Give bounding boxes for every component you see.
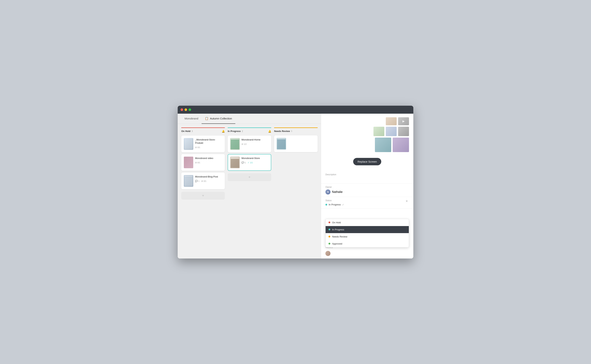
dropdown-label-on-hold: On Hold (332, 221, 341, 224)
card-meta-check-5: ✓ 1/1 (248, 161, 253, 164)
meta-value-4: 1/2 (244, 143, 247, 145)
status-close-button[interactable]: ✕ (404, 199, 409, 203)
card-meta-check-3: ⊘ 0/1 (201, 180, 206, 182)
column-in-progress: In Progress 2 🔔 (228, 127, 271, 255)
play-icon: ▶ (398, 117, 409, 125)
add-card-on-hold[interactable]: + (181, 192, 225, 200)
tab-monobrand[interactable]: Monobrand (181, 114, 201, 124)
minimize-button[interactable] (185, 108, 187, 111)
dropdown-label-approved: Approved (332, 242, 342, 245)
status-dot-current (325, 204, 327, 206)
status-check-icon: ✓ (342, 203, 344, 206)
card-title-3: Monobrand-Blog-Post (195, 175, 222, 178)
card-meta-5: 💬 1 ✓ 1/1 (241, 161, 269, 164)
card-meta-4: ⊘ 1/2 (241, 143, 269, 145)
column-title-in-progress: In Progress 2 (228, 130, 243, 132)
dropdown-label-needs-review: Needs Review (332, 235, 347, 238)
card-thumb-1 (184, 138, 193, 150)
column-on-hold: On Hold 3 🔔 (181, 127, 225, 255)
tab-autumn-collection[interactable]: 📋 Autumn Collection (201, 114, 235, 124)
column-header-needs-review: Needs Review 1 (274, 127, 318, 135)
task-avatar-1 (325, 251, 331, 256)
bell-icon-in-progress[interactable]: 🔔 (268, 130, 271, 133)
close-button[interactable] (181, 108, 183, 111)
dropdown-item-needs-review[interactable]: Needs Review (326, 233, 409, 240)
dropdown-dot-needs-review (329, 236, 330, 237)
maximize-button[interactable] (188, 108, 191, 111)
card-info-4: Monobrand-Home ⊘ 1/2 (241, 138, 269, 145)
card-info-2: Monobrand video ⊘ 0/1 (195, 157, 222, 164)
dropdown-item-in-progress[interactable]: In Progress (326, 226, 409, 233)
traffic-lights (181, 108, 191, 111)
status-section: Status ✕ In Progress ✓ (321, 197, 413, 208)
card-monobrand-blog-post[interactable]: Monobrand-Blog-Post 💬 1 ⊘ 0/1 (181, 173, 225, 189)
tab-monobrand-label: Monobrand (185, 117, 198, 120)
dropdown-dot-on-hold (329, 221, 330, 223)
dropdown-item-on-hold[interactable]: On Hold (326, 219, 409, 226)
description-section: Description (321, 171, 413, 184)
dropdown-item-approved[interactable]: Approved (326, 240, 409, 247)
card-thumb-4 (230, 138, 240, 150)
titlebar (178, 106, 413, 114)
card-monobrand-video[interactable]: Monobrand video ⊘ 0/1 (181, 154, 225, 171)
card-title-2: Monobrand video (195, 157, 222, 160)
image-row-3 (375, 138, 409, 152)
card-needs-review-1[interactable] (274, 135, 318, 152)
owner-row: N Nathalie (325, 189, 409, 195)
detail-thumb-4 (386, 127, 397, 136)
check-icon-5: ✓ (248, 161, 249, 164)
card-thumb-2 (184, 157, 193, 168)
comment-icon-5: 💬 (241, 161, 244, 164)
detail-panel: ▶ Replace Screen (321, 114, 413, 259)
column-title-text-nr: Needs Review (274, 130, 290, 132)
column-title-text-ip: In Progress (228, 130, 241, 132)
meta-comment-value-5: 1 (245, 162, 246, 164)
dropdown-dot-approved (329, 243, 330, 245)
detail-thumb-7 (393, 138, 409, 152)
card-thumb-6 (277, 138, 286, 150)
replace-screen-button[interactable]: Replace Screen (353, 158, 381, 165)
kanban-panel: Monobrand 📋 Autumn Collection On Hold 3 (178, 114, 321, 259)
column-title-on-hold: On Hold 3 (181, 130, 193, 132)
app-window: Monobrand 📋 Autumn Collection On Hold 3 (178, 106, 413, 259)
check-icon-1: ⊘ (195, 146, 197, 149)
column-header-in-progress: In Progress 2 🔔 (228, 127, 271, 135)
dropdown-label-in-progress: In Progress (332, 228, 344, 231)
description-value (325, 177, 409, 181)
column-count-in-progress: 2 (242, 130, 243, 132)
kanban-board: On Hold 3 🔔 (178, 124, 321, 259)
detail-thumb-3 (373, 127, 384, 136)
card-info-5: Monobrand-Store 💬 1 ✓ 1/1 (241, 157, 269, 164)
tab-icon: 📋 (205, 117, 208, 120)
column-count-needs-review: 1 (291, 130, 292, 132)
status-dropdown: On Hold In Progress Needs Review Approve… (325, 219, 409, 247)
card-monobrand-store[interactable]: Monobrand-Store 💬 1 ✓ 1/1 (228, 154, 271, 171)
comment-icon-3: 💬 (195, 180, 198, 182)
card-monobrand-home[interactable]: Monobrand-Home ⊘ 1/2 (228, 136, 271, 152)
card-monobrand-store-produkt[interactable]: _Monobrand-Store-Produkt ⊘ 0/1 (181, 136, 225, 152)
column-title-needs-review: Needs Review 1 (274, 130, 292, 132)
meta-value-1: 0/1 (197, 146, 200, 149)
description-label: Description (325, 173, 409, 176)
detail-thumb-6 (375, 138, 391, 152)
status-current[interactable]: In Progress ✓ (325, 203, 409, 206)
bell-icon-on-hold[interactable]: 🔔 (222, 130, 225, 133)
detail-thumb-5 (398, 127, 409, 136)
card-meta-check-4: ⊘ 1/2 (241, 143, 247, 145)
card-title-4: Monobrand-Home (241, 138, 269, 141)
card-title-5: Monobrand-Store (241, 157, 269, 160)
card-meta-comment-3: 💬 1 (195, 180, 199, 182)
detail-images: ▶ (321, 114, 413, 152)
detail-thumb-2: ▶ (398, 117, 409, 125)
column-count-on-hold: 3 (192, 130, 193, 132)
avatar: N (325, 189, 331, 195)
check-icon-3: ⊘ (201, 180, 203, 182)
column-needs-review: Needs Review 1 (274, 127, 318, 255)
status-label: Status (325, 199, 331, 202)
image-row-2 (373, 127, 409, 136)
detail-panel-inner: ▶ Replace Screen (321, 114, 413, 259)
meta-value-2: 0/1 (197, 162, 200, 164)
detail-thumb-1 (386, 117, 397, 125)
add-card-in-progress[interactable]: + (228, 173, 271, 181)
column-header-on-hold: On Hold 3 🔔 (181, 127, 225, 135)
